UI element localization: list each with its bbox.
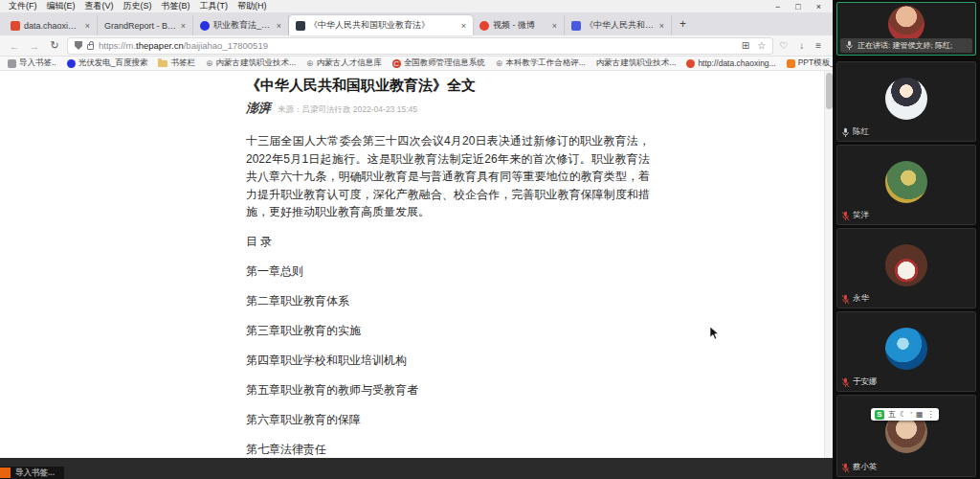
mic-muted-icon bbox=[841, 377, 850, 388]
ime-halfmoon-icon[interactable]: ☾ bbox=[900, 408, 906, 421]
save-page-icon[interactable]: ⊞ bbox=[742, 40, 749, 51]
bookmark-ppt-template[interactable]: PPT模板_PPT模板免... bbox=[787, 57, 833, 69]
url-text: https://m.thepaper.cn/baijiahao_17800519 bbox=[99, 40, 268, 51]
bookmark-nmg-talent[interactable]: ⊕ 内蒙古人才信息库 bbox=[306, 57, 382, 69]
ime-more-icon[interactable]: ⋮ bbox=[927, 408, 935, 421]
tab-grandreport[interactable]: GrandReport - BSDS20210646_4 × bbox=[98, 15, 193, 35]
folder-icon bbox=[158, 60, 167, 67]
import-icon bbox=[8, 59, 16, 68]
back-button[interactable]: ← bbox=[8, 40, 21, 52]
url-bar[interactable]: https://m.thepaper.cn/baijiahao_17800519… bbox=[68, 38, 772, 54]
close-tab-icon[interactable]: × bbox=[659, 21, 664, 31]
tab-chaoxing[interactable]: data.chaoxing.com/stat/logi × bbox=[4, 15, 98, 35]
hamburger-menu-icon[interactable]: ≡ bbox=[815, 40, 821, 51]
video-tile[interactable]: S 五 ☾ ’ ▦ ⋮ 蔡小英 bbox=[836, 395, 976, 477]
menu-bar: 文件(F) 编辑(E) 查看(V) 历史(S) 书签(B) 工具(T) 帮助(H… bbox=[0, 0, 833, 12]
new-tab-button[interactable]: + bbox=[672, 17, 694, 31]
close-tab-icon[interactable]: × bbox=[552, 21, 557, 31]
participant-name: 永华 bbox=[841, 293, 869, 305]
ime-keyboard-icon[interactable]: ▦ bbox=[916, 408, 924, 421]
tab-title: 视频 - 微博 bbox=[493, 19, 548, 32]
video-tile[interactable]: 永华 bbox=[836, 228, 976, 308]
bookmark-star-icon[interactable]: ☆ bbox=[757, 40, 766, 51]
speaking-text: 正在讲话: 建管侯文婷; 陈红; bbox=[858, 40, 952, 51]
avatar bbox=[885, 78, 927, 120]
screen: 文件(F) 编辑(E) 查看(V) 历史(S) 书签(B) 工具(T) 帮助(H… bbox=[0, 0, 980, 479]
participant-name: 蔡小英 bbox=[841, 462, 878, 473]
close-tab-icon[interactable]: × bbox=[181, 21, 186, 31]
tracking-shield-icon[interactable] bbox=[75, 41, 82, 50]
ime-punctuation-icon[interactable]: ’ bbox=[910, 408, 912, 421]
page-scrollbar[interactable] bbox=[824, 71, 833, 458]
speaking-banner: 正在讲话: 建管侯文婷; 陈红; bbox=[840, 38, 972, 53]
tab-title: 《中华人民共和国职业教育法》 bbox=[585, 19, 656, 32]
video-tile-active-speaker[interactable]: 正在讲话: 建管侯文婷; 陈红; bbox=[836, 2, 976, 56]
baidu-favicon-icon bbox=[200, 21, 210, 31]
navigation-bar: ← → ↻ https://m.thepaper.cn/baijiahao_17… bbox=[0, 35, 833, 57]
close-tab-icon[interactable]: × bbox=[461, 21, 466, 31]
tab-title: 《中华人民共和国职业教育法》 bbox=[309, 19, 457, 32]
byline: 澎湃 来源：吕梁司法行政 2022-04-23 15:45 bbox=[246, 100, 650, 117]
mic-muted-icon bbox=[841, 294, 850, 305]
minimize-button[interactable]: − bbox=[775, 2, 780, 11]
bookmark-folder[interactable]: 书签栏 bbox=[158, 57, 195, 69]
bookmark-nmg-construction[interactable]: ⊕ 内蒙古建筑职业技术... bbox=[206, 57, 296, 69]
maximize-button[interactable]: □ bbox=[795, 2, 800, 11]
tab-baidu-search[interactable]: 职业教育法_百度搜索 × bbox=[193, 15, 289, 35]
close-button[interactable]: × bbox=[816, 2, 821, 11]
menu-view[interactable]: 查看(V) bbox=[80, 0, 119, 12]
video-tile[interactable]: 笑洋 bbox=[836, 145, 976, 225]
close-tab-icon[interactable]: × bbox=[85, 21, 90, 31]
tab-strip: data.chaoxing.com/stat/logi × GrandRepor… bbox=[0, 12, 833, 35]
bookmarks-bar: 导入书签.. 光伏发电_百度搜索 书签栏 ⊕ 内蒙古建筑职业技术... ⊕ 内蒙… bbox=[0, 57, 833, 71]
article-paragraph: 第七章法律责任 bbox=[246, 441, 650, 458]
sogou-logo-icon[interactable]: S bbox=[875, 410, 884, 420]
bookmark-teacher-system[interactable]: C 全国教师管理信息系统 bbox=[392, 57, 485, 69]
close-tab-icon[interactable]: × bbox=[277, 21, 281, 31]
participant-name: 陈红 bbox=[841, 126, 869, 138]
tab-weibo-video[interactable]: 视频 - 微博 × bbox=[473, 15, 565, 35]
law-favicon-icon bbox=[571, 21, 581, 31]
globe-icon: ⊕ bbox=[496, 59, 503, 68]
article-paragraph: 第六章职业教育的保障 bbox=[246, 411, 650, 429]
mic-icon bbox=[845, 40, 854, 51]
tab-thepaper-active[interactable]: 《中华人民共和国职业教育法》 × bbox=[289, 15, 473, 35]
menu-help[interactable]: 帮助(H) bbox=[233, 0, 272, 12]
article-title: 《中华人民共和国职业教育法》全文 bbox=[246, 77, 650, 95]
avatar bbox=[888, 6, 924, 42]
taskbar-label: 导入书签... bbox=[15, 468, 55, 479]
bookmark-nmg-construction-2[interactable]: 内蒙古建筑职业技术... bbox=[596, 57, 677, 69]
downloads-icon[interactable]: ↓ bbox=[799, 40, 804, 51]
bookmark-import[interactable]: 导入书签.. bbox=[8, 57, 56, 69]
taskbar-item[interactable]: 导入书签... bbox=[0, 467, 64, 479]
menu-history[interactable]: 历史(S) bbox=[119, 0, 157, 12]
tab-vocational-law[interactable]: 《中华人民共和国职业教育法》 × bbox=[565, 15, 672, 35]
ime-toolbar[interactable]: S 五 ☾ ’ ▦ ⋮ bbox=[871, 408, 939, 421]
article: 《中华人民共和国职业教育法》全文 澎湃 来源：吕梁司法行政 2022-04-23… bbox=[246, 77, 650, 458]
lock-icon[interactable] bbox=[87, 44, 94, 50]
menu-edit[interactable]: 编辑(E) bbox=[42, 0, 80, 12]
forward-button[interactable]: → bbox=[28, 40, 41, 52]
scrollbar-thumb[interactable] bbox=[826, 73, 833, 109]
bookmark-undergrad-eval[interactable]: ⊕ 本科教学工作合格评... bbox=[496, 57, 586, 69]
library-icon[interactable]: ♡ bbox=[779, 40, 788, 51]
bookmark-chaoxing-data[interactable]: http://data.chaoxing... bbox=[686, 58, 775, 68]
article-paragraph: 第四章职业学校和职业培训机构 bbox=[246, 352, 650, 370]
bookmark-solar-search[interactable]: 光伏发电_百度搜索 bbox=[67, 57, 148, 69]
chaoxing-favicon-icon bbox=[11, 21, 20, 31]
avatar bbox=[885, 161, 927, 203]
teacher-system-icon: C bbox=[392, 59, 401, 68]
avatar bbox=[885, 328, 927, 370]
mic-muted-icon bbox=[841, 211, 850, 221]
article-paragraph: 第三章职业教育的实施 bbox=[246, 322, 650, 340]
ime-wubi-mode[interactable]: 五 bbox=[888, 408, 896, 421]
menu-tools[interactable]: 工具(T) bbox=[195, 0, 234, 12]
article-paragraph: 第一章总则 bbox=[246, 262, 650, 281]
menu-file[interactable]: 文件(F) bbox=[4, 0, 42, 12]
mic-icon bbox=[841, 127, 850, 138]
menu-bookmarks[interactable]: 书签(B) bbox=[157, 0, 195, 12]
toolbar-actions: ♡ ↓ ≡ bbox=[779, 40, 825, 51]
video-tile[interactable]: 陈红 bbox=[836, 61, 976, 142]
video-tile[interactable]: 于安娜 bbox=[836, 311, 976, 392]
reload-button[interactable]: ↻ bbox=[48, 39, 61, 52]
